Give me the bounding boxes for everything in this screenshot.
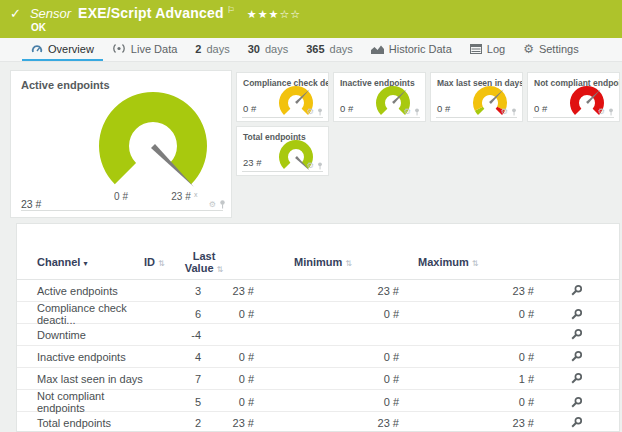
tab-365-days[interactable]: 365 days xyxy=(297,38,362,61)
channel-settings-button[interactable] xyxy=(570,308,583,321)
pin-icon[interactable] xyxy=(511,108,517,116)
gauge-chart: x xyxy=(95,88,211,204)
minimum-value: 23 # xyxy=(254,285,399,297)
pin-icon[interactable] xyxy=(608,108,614,116)
channel-name[interactable]: Downtime xyxy=(37,329,147,341)
table-header-last-value[interactable]: LastValue⇅ xyxy=(174,250,234,276)
table-row: Total endpoints 2 23 # 23 # 23 # xyxy=(17,412,619,432)
gauge-chart xyxy=(566,82,608,122)
channel-settings-button[interactable] xyxy=(570,396,583,409)
tab-label: Overview xyxy=(48,43,94,55)
tab-30-days[interactable]: 30 days xyxy=(239,38,298,61)
tab-bar: Overview Live Data 2 days 30 days 365 da… xyxy=(0,38,622,62)
priority-flag-icon[interactable]: ⚐ xyxy=(227,5,235,15)
table-row: Not compliant endpoints 5 0 # 0 # 0 # xyxy=(17,390,619,412)
channel-id: 4 xyxy=(147,351,201,363)
gauge-chart xyxy=(372,82,414,122)
tab-overview[interactable]: Overview xyxy=(22,38,103,61)
gauge-scale-max: 23 # xyxy=(166,191,196,202)
channel-settings-button[interactable] xyxy=(570,350,583,363)
pin-icon[interactable] xyxy=(414,108,420,116)
gauge-arc xyxy=(99,92,207,184)
table-row: Inactive endpoints 4 0 # 0 # 0 # xyxy=(17,346,619,368)
gear-icon[interactable]: ⚙ xyxy=(307,162,314,170)
sensor-status-text: OK xyxy=(31,22,46,33)
gauge-value: 0 # xyxy=(534,103,547,114)
tab-log[interactable]: Log xyxy=(461,38,514,61)
tab-label: Live Data xyxy=(131,43,177,55)
settings-gear-icon: ⚙ xyxy=(523,43,534,55)
pin-icon[interactable] xyxy=(317,162,323,170)
wrench-icon xyxy=(570,308,583,321)
maximum-value: 0 # xyxy=(399,396,534,408)
last-value: 0 # xyxy=(201,308,254,320)
priority-stars[interactable]: ★★★☆☆ xyxy=(247,8,301,21)
tab-label-number: 2 xyxy=(195,43,201,55)
panel-divider xyxy=(242,117,323,118)
tab-label-unit: days xyxy=(330,43,353,55)
channel-settings-button[interactable] xyxy=(570,284,583,297)
gauge-value: 0 # xyxy=(437,103,450,114)
panel-toolbar: ⚙ xyxy=(404,108,420,116)
table-header-channel[interactable]: Channel▾ xyxy=(37,256,87,268)
channel-settings-button[interactable] xyxy=(570,372,583,385)
gear-icon[interactable]: ⚙ xyxy=(598,108,605,116)
sort-caret-down-icon: ▾ xyxy=(83,259,87,268)
tab-label: Log xyxy=(487,43,505,55)
maximum-value: 23 # xyxy=(399,285,534,297)
header-label: Maximum xyxy=(418,256,469,268)
tab-label-number: 365 xyxy=(306,43,324,55)
panel-toolbar: ⚙ xyxy=(209,200,226,209)
gauge-panel-max-last-seen: Max last seen in days 0 # ⚙ xyxy=(430,72,523,122)
table-header-row: Channel▾ ID⇅ LastValue⇅ Minimum⇅ Maximum… xyxy=(17,224,619,279)
pin-icon[interactable] xyxy=(219,200,226,209)
channel-settings-button[interactable] xyxy=(570,416,583,429)
gear-icon[interactable]: ⚙ xyxy=(501,108,508,116)
gauge-panel-not-compliant: Not compliant endpoints 0 # ⚙ xyxy=(527,72,620,122)
wrench-icon xyxy=(570,284,583,297)
tab-settings[interactable]: ⚙ Settings xyxy=(514,38,588,61)
header-label: ID xyxy=(144,256,155,268)
tab-label: Historic Data xyxy=(389,43,452,55)
tab-label-unit: days xyxy=(206,43,229,55)
table-row: Max last seen in days 7 0 # 0 # 1 # xyxy=(17,368,619,390)
sensor-title: EXE/Script Advanced xyxy=(78,5,224,21)
historic-chart-icon xyxy=(371,44,384,54)
maximum-value: 1 # xyxy=(399,373,534,385)
table-row: Active endpoints 3 23 # 23 # 23 # xyxy=(17,280,619,302)
tab-live-data[interactable]: Live Data xyxy=(103,38,186,61)
gauge-value: 23 # xyxy=(243,157,262,168)
panel-divider xyxy=(436,117,517,118)
sort-icon: ⇅ xyxy=(217,265,224,274)
table-header-maximum[interactable]: Maximum⇅ xyxy=(418,256,478,268)
tab-historic-data[interactable]: Historic Data xyxy=(362,38,461,61)
gauge-chart xyxy=(469,82,511,122)
channel-name[interactable]: Max last seen in days xyxy=(37,373,147,385)
tab-2-days[interactable]: 2 days xyxy=(186,38,238,61)
channel-name[interactable]: Total endpoints xyxy=(37,417,147,429)
table-header-id[interactable]: ID⇅ xyxy=(144,256,165,268)
gear-icon[interactable]: ⚙ xyxy=(404,108,411,116)
channel-id: 6 xyxy=(147,308,201,320)
maximum-value: 0 # xyxy=(399,308,534,320)
channel-settings-button[interactable] xyxy=(570,328,583,341)
minimum-value: 23 # xyxy=(254,417,399,429)
live-data-icon xyxy=(112,43,126,54)
last-value: 0 # xyxy=(201,351,254,363)
table-row: Compliance check deacti... 6 0 # 0 # 0 # xyxy=(17,302,619,324)
table-header-minimum[interactable]: Minimum⇅ xyxy=(294,256,352,268)
gear-icon[interactable]: ⚙ xyxy=(209,201,216,209)
channel-name[interactable]: Compliance check deacti... xyxy=(37,302,147,326)
pin-icon[interactable] xyxy=(317,108,323,116)
wrench-icon xyxy=(570,396,583,409)
gear-icon[interactable]: ⚙ xyxy=(307,108,314,116)
gauge-panel-total-endpoints: Total endpoints 23 # ⚙ xyxy=(236,126,329,176)
wrench-icon xyxy=(570,350,583,363)
channel-name[interactable]: Not compliant endpoints xyxy=(37,390,147,414)
channel-name[interactable]: Active endpoints xyxy=(37,285,147,297)
last-value: 0 # xyxy=(201,373,254,385)
channel-id: 2 xyxy=(147,417,201,429)
sort-icon: ⇅ xyxy=(158,259,165,268)
header-label: Minimum xyxy=(294,256,342,268)
channel-name[interactable]: Inactive endpoints xyxy=(37,351,147,363)
